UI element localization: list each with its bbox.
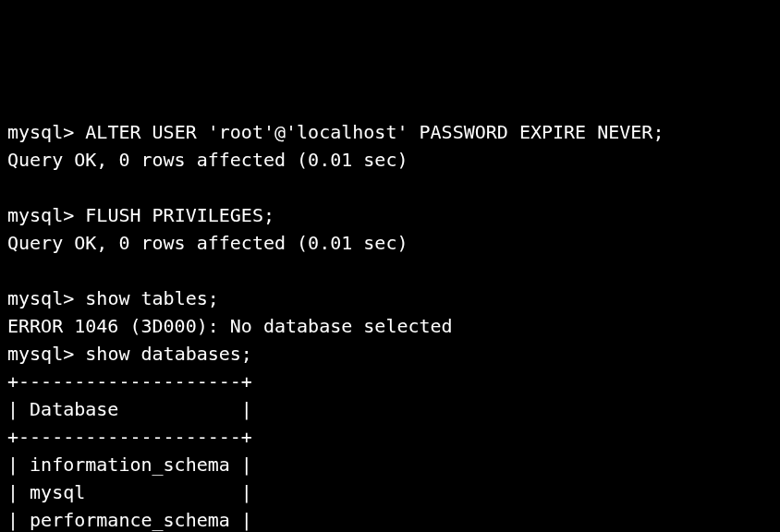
output-text: Query OK, 0 rows affected (0.01 sec) bbox=[7, 232, 408, 254]
output-text: +--------------------+ bbox=[7, 426, 252, 448]
output-text: Query OK, 0 rows affected (0.01 sec) bbox=[7, 149, 408, 171]
terminal-line: | Database | bbox=[7, 395, 773, 423]
terminal-line: | mysql | bbox=[7, 478, 773, 506]
output-text: +--------------------+ bbox=[7, 370, 252, 393]
terminal-line: mysql> FLUSH PRIVILEGES; bbox=[7, 201, 773, 229]
output-text: | performance_schema | bbox=[7, 509, 252, 531]
command-text: FLUSH PRIVILEGES; bbox=[85, 204, 274, 226]
terminal-line: ERROR 1046 (3D000): No database selected bbox=[7, 312, 773, 340]
terminal-line: mysql> show tables; bbox=[7, 284, 773, 312]
mysql-prompt: mysql> bbox=[7, 121, 85, 143]
terminal-line: mysql> ALTER USER 'root'@'localhost' PAS… bbox=[7, 118, 773, 146]
terminal-line bbox=[7, 174, 773, 201]
mysql-prompt: mysql> bbox=[7, 343, 85, 365]
terminal-line: Query OK, 0 rows affected (0.01 sec) bbox=[7, 146, 773, 174]
output-text: | Database | bbox=[7, 398, 252, 420]
terminal-line: +--------------------+ bbox=[7, 368, 773, 395]
command-text: show databases; bbox=[85, 343, 252, 365]
command-text: ALTER USER 'root'@'localhost' PASSWORD E… bbox=[85, 121, 664, 143]
mysql-prompt: mysql> bbox=[7, 204, 85, 226]
terminal-line: | performance_schema | bbox=[7, 506, 773, 532]
terminal-line: +--------------------+ bbox=[7, 423, 773, 451]
output-text: | information_schema | bbox=[7, 453, 252, 476]
output-text: ERROR 1046 (3D000): No database selected bbox=[7, 315, 453, 337]
terminal-line bbox=[7, 257, 773, 284]
terminal-line: | information_schema | bbox=[7, 451, 773, 478]
output-text: | mysql | bbox=[7, 481, 252, 503]
terminal-line: Query OK, 0 rows affected (0.01 sec) bbox=[7, 229, 773, 257]
mysql-prompt: mysql> bbox=[7, 287, 85, 309]
terminal-line: mysql> show databases; bbox=[7, 340, 773, 368]
terminal-output[interactable]: mysql> ALTER USER 'root'@'localhost' PAS… bbox=[7, 118, 773, 532]
command-text: show tables; bbox=[85, 287, 219, 309]
